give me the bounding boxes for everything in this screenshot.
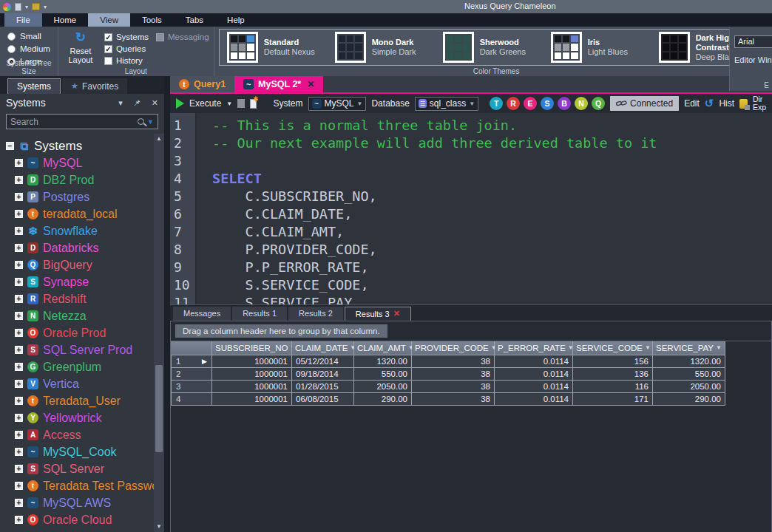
tree-item-bigquery[interactable]: +QBigQuery	[0, 256, 154, 273]
grid-cell[interactable]: 38	[412, 393, 495, 406]
results-tab-messages[interactable]: Messages	[173, 307, 231, 321]
menu-file[interactable]: File	[4, 13, 42, 27]
radio-small[interactable]: Small	[7, 30, 50, 42]
tab-close-icon[interactable]: ✕	[393, 309, 400, 318]
results-tab-results-2[interactable]: Results 2	[288, 307, 343, 321]
expand-icon[interactable]: +	[15, 448, 23, 456]
tree-item-mysql-aws[interactable]: +~MySQL AWS	[0, 494, 154, 511]
column-header-claim_amt[interactable]: CLAIM_AMT▼	[354, 341, 412, 355]
system-combo[interactable]: ~ MySQL ▼	[308, 97, 367, 111]
filter-icon[interactable]: ▼	[714, 344, 722, 351]
expand-icon[interactable]: +	[15, 227, 23, 235]
system-type-button-e[interactable]: E	[524, 97, 537, 110]
grid-cell[interactable]: 06/08/2015	[292, 393, 354, 406]
expand-icon[interactable]: +	[15, 295, 23, 303]
grid-cell[interactable]: 550.00	[354, 368, 412, 381]
new-query-dropdown-icon[interactable]: ▾	[25, 4, 28, 10]
sql-editor[interactable]: 123456789101112131415161718 -- This is a…	[170, 113, 772, 304]
grid-cell[interactable]: 09/18/2014	[292, 368, 354, 381]
grid-cell[interactable]: 290.00	[354, 393, 412, 406]
system-type-button-r[interactable]: R	[507, 97, 520, 110]
expand-icon[interactable]: +	[15, 397, 23, 405]
new-query-icon[interactable]	[250, 99, 257, 109]
expand-icon[interactable]: +	[15, 516, 23, 524]
grid-cell[interactable]: 1320.00	[354, 355, 412, 368]
system-type-button-q[interactable]: Q	[592, 97, 605, 110]
tab-mysql-2[interactable]: ~ MySQL 2* ✕	[234, 76, 323, 92]
menu-tools[interactable]: Tools	[130, 13, 174, 27]
grid-cell[interactable]: 1320.00	[653, 355, 725, 368]
menu-help[interactable]: Help	[215, 13, 257, 27]
results-grid[interactable]: SUBSCRIBER_NO▼CLAIM_DATE▼CLAIM_AMT▼PROVI…	[170, 341, 772, 532]
pin-icon[interactable]: 📌︎	[133, 98, 141, 107]
reset-layout-button[interactable]: ↻ Reset Layout	[63, 31, 98, 66]
tree-item-access[interactable]: +AAccess	[0, 426, 154, 443]
dir-exp-button[interactable]: Dir Exp	[753, 95, 766, 112]
execute-dropdown-icon[interactable]: ▼	[226, 100, 232, 107]
tree-item-netezza[interactable]: +NNetezza	[0, 307, 154, 324]
grid-cell[interactable]: 2050.00	[653, 381, 725, 393]
hist-button[interactable]: Hist	[719, 98, 734, 109]
grid-cell[interactable]: 1000001	[212, 393, 292, 406]
search-input[interactable]	[10, 117, 138, 127]
scroll-down-icon[interactable]: ▼	[154, 522, 164, 532]
checkbox-history[interactable]: History	[104, 55, 149, 66]
tree-item-oracle-prod[interactable]: +OOracle Prod	[0, 324, 154, 341]
history-icon[interactable]: ↺	[705, 97, 714, 110]
expand-icon[interactable]: +	[15, 312, 23, 320]
expand-icon[interactable]: +	[15, 431, 23, 439]
expand-icon[interactable]: +	[15, 193, 23, 201]
execute-icon[interactable]	[176, 98, 184, 109]
grid-cell[interactable]: 01/28/2015	[292, 381, 354, 393]
grid-cell[interactable]: 1000001	[212, 355, 292, 368]
expand-icon[interactable]: +	[15, 329, 23, 337]
execute-button[interactable]: Execute	[189, 98, 221, 109]
results-tab-results-3[interactable]: Results 3✕	[345, 307, 411, 321]
grid-cell[interactable]: 290.00	[653, 393, 725, 406]
grid-cell[interactable]: 0.0114	[495, 393, 573, 406]
close-icon[interactable]: ✕	[152, 98, 158, 108]
group-by-bar[interactable]: Drag a column header here to group by th…	[170, 321, 772, 341]
grid-cell[interactable]: 1000001	[212, 381, 292, 393]
tree-item-snowflake[interactable]: +❄Snowflake	[0, 222, 154, 239]
tree-item-postgres[interactable]: +PPostgres	[0, 188, 154, 205]
tree-item-vertica[interactable]: +VVertica	[0, 375, 154, 392]
sidebar-splitter[interactable]	[164, 76, 170, 532]
grid-cell[interactable]: 38	[412, 381, 495, 393]
expand-icon[interactable]: +	[15, 499, 23, 507]
table-row[interactable]: 1▶100000105/12/20141320.00380.0114156132…	[171, 355, 771, 368]
expand-icon[interactable]: +	[15, 244, 23, 252]
expand-icon[interactable]: +	[15, 278, 23, 286]
grid-cell[interactable]: 171	[573, 393, 653, 406]
search-dropdown-icon[interactable]: ▼	[147, 118, 154, 126]
column-header-subscriber_no[interactable]: SUBSCRIBER_NO▼	[212, 341, 292, 355]
checkbox-queries[interactable]: ✓Queries	[104, 43, 149, 55]
tree-item-synapse[interactable]: +SSynapse	[0, 273, 154, 290]
grid-cell[interactable]: 1000001	[212, 368, 292, 381]
grid-cell[interactable]: 2050.00	[354, 381, 412, 393]
system-type-button-s[interactable]: S	[541, 97, 554, 110]
tree-item-sql-server-prod[interactable]: +SSQL Server Prod	[0, 341, 154, 358]
grid-cell[interactable]: 156	[573, 355, 653, 368]
menu-tabs[interactable]: Tabs	[174, 13, 215, 27]
grid-cell[interactable]: 550.00	[653, 368, 725, 381]
theme-standard[interactable]: StandardDefault Nexus	[227, 32, 325, 63]
column-header-service_pay[interactable]: SERVICE_PAY▼	[653, 341, 725, 355]
tree-item-teradata-test-password[interactable]: +tTeradata Test Password	[0, 477, 154, 494]
expand-icon[interactable]: +	[15, 159, 23, 167]
grid-cell[interactable]: 136	[573, 368, 653, 381]
connected-button[interactable]: Connected	[610, 96, 679, 111]
table-row[interactable]: 3100000101/28/20152050.00380.01141162050…	[171, 381, 771, 393]
tree-item-mysql[interactable]: +~MySQL	[0, 154, 154, 171]
tree-root[interactable]: −⧉Systems	[0, 137, 154, 154]
system-type-button-b[interactable]: B	[558, 97, 571, 110]
expand-icon[interactable]: +	[15, 210, 23, 218]
row-number-cell[interactable]: 3	[171, 381, 212, 393]
expand-icon[interactable]: +	[15, 482, 23, 490]
tree-item-teradata-local[interactable]: +tteradata_local	[0, 205, 154, 222]
grid-cell[interactable]: 0.0114	[495, 381, 573, 393]
stop-icon[interactable]	[237, 99, 244, 108]
row-number-cell[interactable]: 2	[171, 368, 212, 381]
tree-scrollbar[interactable]: ▲ ▼	[154, 134, 164, 532]
tree-item-oracle-cloud[interactable]: +OOracle Cloud	[0, 511, 154, 528]
